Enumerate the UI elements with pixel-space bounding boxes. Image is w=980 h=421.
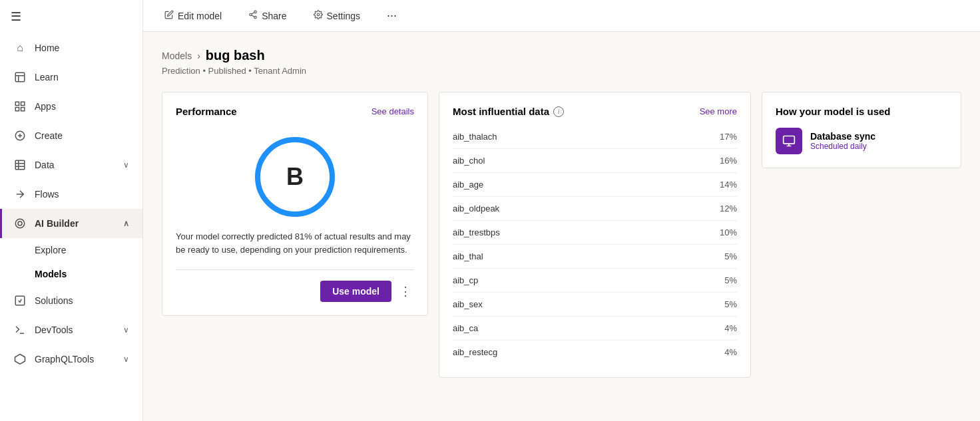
card-footer: Use model ⋮ bbox=[176, 281, 414, 302]
sidebar-item-label: Home bbox=[35, 43, 59, 53]
data-label: aib_ca bbox=[453, 323, 478, 333]
page-content: Models › bug bash Prediction • Published… bbox=[143, 32, 980, 421]
chevron-down-icon: ∨ bbox=[123, 354, 129, 364]
edit-model-label: Edit model bbox=[178, 11, 222, 21]
influential-title-row: Most influential data i bbox=[453, 106, 564, 117]
sidebar-item-label: Solutions bbox=[35, 295, 73, 306]
influential-data-list: aib_thalach17%aib_chol16%aib_age14%aib_o… bbox=[453, 125, 737, 364]
sidebar-item-data[interactable]: Data ∨ bbox=[0, 150, 142, 180]
breadcrumb-parent[interactable]: Models bbox=[162, 51, 192, 61]
data-value: 5% bbox=[724, 299, 737, 309]
data-value: 5% bbox=[724, 275, 737, 285]
influential-data-card: Most influential data i See more aib_tha… bbox=[439, 92, 751, 378]
list-item: aib_trestbps10% bbox=[453, 221, 737, 245]
breadcrumb: Models › bug bash bbox=[162, 48, 961, 63]
flows-icon bbox=[13, 188, 27, 201]
edit-icon bbox=[164, 10, 174, 21]
svg-line-23 bbox=[252, 13, 254, 14]
sidebar-item-graphql[interactable]: GraphQLTools ∨ bbox=[0, 345, 142, 374]
performance-grade: B bbox=[255, 137, 335, 217]
svg-rect-5 bbox=[15, 108, 19, 111]
solutions-icon bbox=[13, 294, 27, 307]
model-used-card: How your model is used Database sync Sch… bbox=[762, 92, 961, 168]
sidebar-sub-models[interactable]: Models bbox=[0, 262, 142, 286]
sidebar-item-learn[interactable]: Learn bbox=[0, 63, 142, 92]
data-value: 16% bbox=[720, 156, 737, 166]
create-icon bbox=[13, 129, 27, 142]
chevron-down-icon: ∨ bbox=[123, 325, 129, 335]
chevron-down-icon: ∨ bbox=[123, 160, 129, 170]
svg-marker-18 bbox=[15, 354, 25, 364]
list-item: aib_thalach17% bbox=[453, 125, 737, 149]
data-value: 10% bbox=[720, 227, 737, 237]
page-subtitle: Prediction • Published • Tenant Admin bbox=[162, 66, 961, 76]
sidebar-item-flows[interactable]: Flows bbox=[0, 180, 142, 209]
menu-icon[interactable]: ☰ bbox=[0, 0, 142, 33]
sidebar-sub-explore[interactable]: Explore bbox=[0, 238, 142, 262]
performance-card-header: Performance See details bbox=[176, 106, 414, 117]
ai-builder-icon bbox=[13, 217, 27, 230]
model-used-title: How your model is used bbox=[776, 106, 891, 117]
performance-see-details-link[interactable]: See details bbox=[371, 106, 414, 116]
see-more-link[interactable]: See more bbox=[700, 106, 737, 116]
svg-point-14 bbox=[15, 219, 25, 228]
data-label: aib_restecg bbox=[453, 347, 497, 357]
svg-rect-4 bbox=[21, 102, 25, 105]
model-used-item: Database sync Scheduled daily bbox=[776, 128, 947, 154]
svg-point-21 bbox=[254, 16, 257, 19]
svg-rect-16 bbox=[15, 296, 25, 305]
data-label: aib_thal bbox=[453, 251, 483, 261]
sidebar-item-label: AI Builder bbox=[35, 218, 79, 229]
sidebar-sub-label: Models bbox=[35, 269, 67, 279]
data-label: aib_thalach bbox=[453, 132, 497, 142]
sidebar-item-label: Apps bbox=[35, 101, 56, 112]
sidebar-item-label: Flows bbox=[35, 189, 59, 200]
data-value: 4% bbox=[724, 347, 737, 357]
info-icon[interactable]: i bbox=[553, 106, 564, 117]
svg-rect-6 bbox=[21, 108, 25, 111]
list-item: aib_chol16% bbox=[453, 149, 737, 173]
data-label: aib_oldpeak bbox=[453, 204, 499, 213]
more-options-icon: ⋮ bbox=[399, 285, 411, 298]
data-label: aib_sex bbox=[453, 299, 483, 309]
list-item: aib_cp5% bbox=[453, 269, 737, 293]
edit-model-button[interactable]: Edit model bbox=[159, 6, 227, 25]
data-icon bbox=[13, 158, 27, 172]
sidebar-item-label: Data bbox=[35, 160, 55, 170]
svg-point-20 bbox=[250, 13, 252, 16]
sidebar-item-ai-builder[interactable]: AI Builder ∧ bbox=[0, 209, 142, 238]
main-content: Edit model Share Settings ··· Models › b… bbox=[143, 0, 980, 421]
list-item: aib_oldpeak12% bbox=[453, 197, 737, 221]
sidebar-item-label: Learn bbox=[35, 72, 59, 82]
more-button[interactable]: ··· bbox=[381, 6, 402, 25]
sidebar-item-apps[interactable]: Apps bbox=[0, 92, 142, 121]
performance-circle-wrapper: B bbox=[176, 137, 414, 217]
sidebar-sub-label: Explore bbox=[35, 245, 66, 255]
list-item: aib_age14% bbox=[453, 173, 737, 197]
sidebar-item-create[interactable]: Create bbox=[0, 121, 142, 150]
model-used-header: How your model is used bbox=[776, 106, 947, 117]
data-value: 5% bbox=[724, 251, 737, 261]
sidebar-item-devtools[interactable]: DevTools ∨ bbox=[0, 315, 142, 345]
data-label: aib_age bbox=[453, 180, 483, 190]
home-icon: ⌂ bbox=[13, 41, 27, 55]
chevron-up-icon: ∧ bbox=[123, 219, 129, 228]
settings-button[interactable]: Settings bbox=[308, 6, 366, 25]
graphql-icon bbox=[13, 352, 27, 366]
share-button[interactable]: Share bbox=[243, 6, 292, 25]
data-value: 4% bbox=[724, 323, 737, 333]
sidebar-item-home[interactable]: ⌂ Home bbox=[0, 33, 142, 63]
performance-card: Performance See details B Your model cor… bbox=[162, 92, 428, 316]
svg-rect-0 bbox=[15, 72, 25, 82]
list-item: aib_ca4% bbox=[453, 317, 737, 341]
data-value: 12% bbox=[720, 204, 737, 213]
share-label: Share bbox=[262, 11, 286, 21]
model-used-sub: Scheduled daily bbox=[810, 142, 875, 151]
data-label: aib_cp bbox=[453, 275, 478, 285]
data-value: 14% bbox=[720, 180, 737, 190]
svg-point-15 bbox=[18, 221, 22, 225]
sidebar-item-label: Create bbox=[35, 130, 63, 141]
use-model-button[interactable]: Use model bbox=[320, 281, 391, 302]
more-options-button[interactable]: ⋮ bbox=[397, 281, 414, 301]
sidebar-item-solutions[interactable]: Solutions bbox=[0, 286, 142, 315]
